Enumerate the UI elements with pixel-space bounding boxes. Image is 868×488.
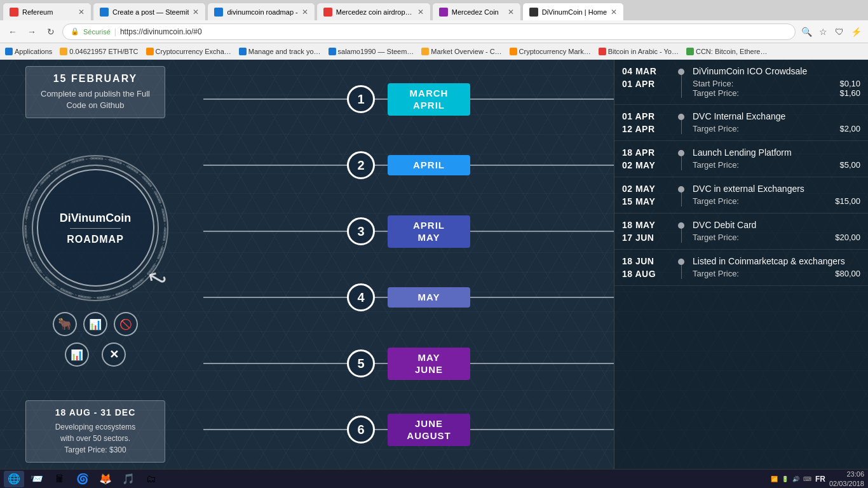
bookmark-favicon <box>329 48 336 55</box>
forward-button[interactable]: → <box>24 24 39 39</box>
timeline-date: 12 APR <box>622 124 670 134</box>
volume-icon: 🔊 <box>792 476 799 482</box>
logo-center: DiVinumCoin ROADMAP <box>37 169 154 287</box>
icon-rows: 🐂 📊 🚫 📊 ✕ <box>53 325 138 367</box>
line-right-4 <box>375 297 388 298</box>
bookmark-item[interactable]: Manage and track yo… <box>239 48 321 55</box>
bookmark-favicon <box>510 48 517 55</box>
timeline-dot <box>678 150 684 156</box>
browser-tab-t1[interactable]: Refereum ✕ <box>3 3 92 20</box>
bottom-date-box: 18 AUG - 31 DEC Developing ecosystems wi… <box>25 400 165 463</box>
phase-node-4: 4 <box>347 283 375 311</box>
refresh-button[interactable]: ↻ <box>43 24 58 39</box>
timeline-dates-3: 18 APR02 MAY <box>622 147 670 170</box>
browser-tab-t6[interactable]: DiVinumCoin | Home ✕ <box>522 3 624 20</box>
bookmark-item[interactable]: Cryptocurrency Excha… <box>146 48 231 55</box>
right-timeline-panel: 04 MAR01 APRDiVinumCoin ICO CrowdsaleSta… <box>614 60 868 469</box>
timeline-dates-6: 18 JUN18 AUG <box>622 256 670 279</box>
timeline-dates-4: 02 MAY15 MAY <box>622 184 670 207</box>
tab-favicon <box>323 8 332 17</box>
target-price-row: Target Price:$5,00 <box>693 160 860 170</box>
browser-tab-t3[interactable]: divinumcoin roadmap - ✕ <box>207 3 315 20</box>
timeline-list: 04 MAR01 APRDiVinumCoin ICO CrowdsaleSta… <box>614 60 868 286</box>
bookmark-item[interactable]: Applications <box>5 48 52 55</box>
timeline-dot <box>678 222 684 229</box>
timeline-dot-col <box>675 256 688 279</box>
secure-label: Sécurisé <box>83 28 111 36</box>
phase-tag-6: JUNE AUGUST <box>388 414 470 446</box>
timeline-title: Launch Lending Platform <box>693 147 860 158</box>
url-text: https://divinumcoin.io/#0 <box>120 27 202 36</box>
taskbar-app-2[interactable]: 📨 <box>27 471 47 487</box>
top-date-box: 15 FEBRUARY Complete and publish the Ful… <box>25 66 165 118</box>
extension-icon[interactable]: ⚡ <box>849 25 863 39</box>
timeline-info-5: DVC Debit CardTarget Price:$20,00 <box>693 220 860 243</box>
bookmark-item[interactable]: Market Overview - C… <box>421 48 501 55</box>
tab-close-icon[interactable]: ✕ <box>302 8 308 17</box>
time-display: 23:06 <box>829 470 864 478</box>
phase-tag-3: APRIL MAY <box>388 215 470 248</box>
roadmap-visual: 1MARCH APRIL2APRIL3APRIL MAY4MAY5MAY JUN… <box>191 66 614 463</box>
timeline-info-2: DVC Internal ExchangeTarget Price:$2,00 <box>693 111 860 134</box>
back-button[interactable]: ← <box>5 24 20 39</box>
address-bar-row: ← → ↻ 🔒 Sécurisé | https://divinumcoin.i… <box>0 20 868 43</box>
bookmark-item[interactable]: Bitcoin in Arabic - Yo… <box>599 48 679 55</box>
taskbar-app-7[interactable]: 🗂 <box>141 471 161 487</box>
shield-icon[interactable]: 🛡 <box>832 25 846 39</box>
phase-node-5: 5 <box>347 349 375 377</box>
line-right-1 <box>375 98 388 100</box>
timeline-title: DVC in external Exchangers <box>693 184 860 194</box>
timeline-dates-1: 04 MAR01 APR <box>622 66 670 98</box>
timeline-dot <box>678 259 684 265</box>
tab-close-icon[interactable]: ✕ <box>417 8 424 17</box>
phase-node-1: 1 <box>347 85 375 113</box>
taskbar-app-6[interactable]: 🎵 <box>118 471 139 487</box>
taskbar-app-4[interactable]: 🌀 <box>72 471 93 487</box>
search-icon[interactable]: 🔍 <box>799 25 813 39</box>
taskbar-app-5[interactable]: 🦊 <box>95 471 116 487</box>
browser-tab-t5[interactable]: Mercedez Coin ✕ <box>432 3 521 20</box>
language-indicator: FR <box>815 475 825 484</box>
network-icon: 📶 <box>771 476 778 482</box>
lock-icon: 🔒 <box>71 27 79 36</box>
line-left-5 <box>203 363 347 364</box>
line-right-5 <box>375 363 388 364</box>
timeline-info-6: Listed in Coinmarketcap & exchangersTarg… <box>693 256 860 279</box>
no-icon: 🚫 <box>114 312 138 336</box>
timeline-dot-col <box>675 66 688 98</box>
tab-close-icon[interactable]: ✕ <box>611 8 617 17</box>
tab-favicon <box>100 8 109 17</box>
timeline-title: Listed in Coinmarketcap & exchangers <box>693 256 860 266</box>
bookmark-item[interactable]: Cryptocurrency Mark… <box>510 48 591 55</box>
bottom-description: Developing ecosystems with over 50 secto… <box>36 421 154 456</box>
bookmark-item[interactable]: 0.04621957 ETH/BTC <box>60 48 138 55</box>
taskbar-clock: 23:06 02/03/2018 <box>829 470 864 488</box>
sys-tray: 📶 🔋 🔊 ⌨ FR 23:06 02/03/2018 <box>771 470 864 488</box>
browser-tab-t4[interactable]: Mercedez coin airdrop e… ✕ <box>316 3 431 20</box>
bookmark-icon[interactable]: ☆ <box>816 25 830 39</box>
phase-node-6: 6 <box>347 416 375 444</box>
date-display: 02/03/2018 <box>829 479 864 488</box>
chart2-icon: 📊 <box>65 342 89 367</box>
line-to-right-3 <box>470 231 614 232</box>
address-bar[interactable]: 🔒 Sécurisé | https://divinumcoin.io/#0 <box>62 24 796 40</box>
timeline-entry-5: 18 MAY17 JUNDVC Debit CardTarget Price:$… <box>614 214 868 250</box>
timeline-dates-5: 18 MAY17 JUN <box>622 220 670 243</box>
tab-close-icon[interactable]: ✕ <box>193 8 199 17</box>
bookmark-favicon <box>60 48 67 55</box>
timeline-entry-2: 01 APR12 APRDVC Internal ExchangeTarget … <box>614 105 868 141</box>
bookmark-item[interactable]: CCN: Bitcoin, Ethere… <box>686 48 767 55</box>
phase-node-3: 3 <box>347 217 375 245</box>
bookmark-favicon <box>239 48 247 55</box>
tab-close-icon[interactable]: ✕ <box>508 8 514 17</box>
timeline-dates-2: 01 APR12 APR <box>622 111 670 134</box>
timeline-date: 04 MAR <box>622 66 670 76</box>
timeline-title: DVC Internal Exchange <box>693 111 860 121</box>
logo-subtitle: ROADMAP <box>67 234 124 245</box>
x-icon: ✕ <box>102 342 126 367</box>
bookmark-item[interactable]: salamo1990 — Steem… <box>329 48 414 55</box>
tab-close-icon[interactable]: ✕ <box>78 8 85 17</box>
taskbar-app-3[interactable]: 🖩 <box>50 471 70 487</box>
taskbar-app-1[interactable]: 🌐 <box>4 471 24 487</box>
browser-tab-t2[interactable]: Create a post — Steemit ✕ <box>93 3 206 20</box>
